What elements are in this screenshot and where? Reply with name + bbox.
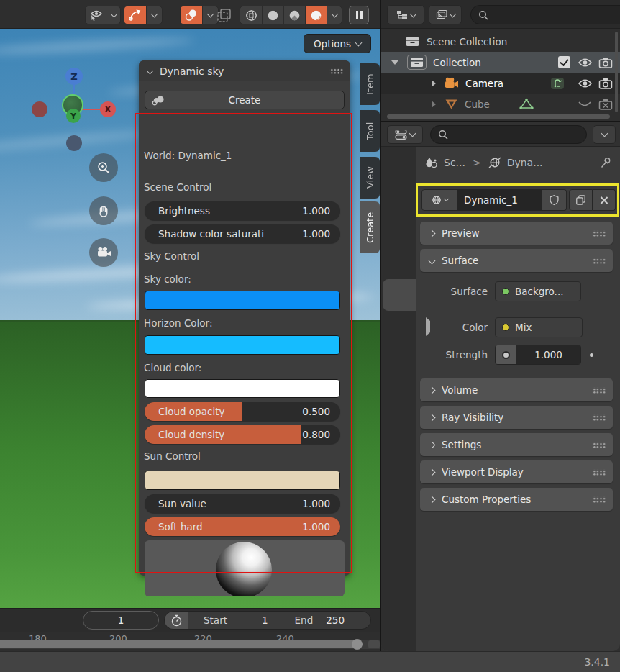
render-disabled-camera-x-icon[interactable]: [598, 99, 613, 110]
cloud-streak: [0, 36, 194, 56]
auto-keyframe-stopwatch-button[interactable]: [165, 612, 188, 629]
end-value[interactable]: 250: [326, 614, 345, 626]
panel-grip-icon[interactable]: [592, 387, 606, 394]
properties-tab-strip: [381, 147, 416, 651]
outliner-h-scrollbar[interactable]: [387, 114, 610, 119]
options-button[interactable]: Options: [304, 34, 371, 53]
tab-view[interactable]: View: [360, 157, 380, 199]
timeline-scrollbar-knob[interactable]: [352, 639, 363, 650]
gizmo-y-ball[interactable]: Y: [66, 109, 81, 123]
collection-checkbox[interactable]: [558, 56, 570, 68]
world-name-field[interactable]: Dynamic_1: [457, 189, 542, 211]
cloud-opacity-slider[interactable]: Cloud opacity 0.500: [145, 402, 340, 421]
unlink-datablock-button[interactable]: [593, 189, 616, 211]
gizmo-visibility-button[interactable]: [85, 6, 121, 24]
closed-eye-icon[interactable]: [578, 100, 592, 109]
create-button[interactable]: Create: [145, 91, 345, 109]
disable-render-camera-icon[interactable]: [598, 57, 613, 68]
panel-viewport-display[interactable]: Viewport Display: [420, 460, 613, 483]
disable-render-camera-icon[interactable]: [598, 78, 613, 89]
panel-ray-visibility[interactable]: Ray Visibility: [420, 406, 613, 429]
sky-color-swatch[interactable]: [145, 291, 340, 310]
current-frame-field[interactable]: 1: [83, 611, 159, 630]
hide-viewport-eye-icon[interactable]: [578, 58, 593, 68]
start-value[interactable]: 1: [262, 614, 268, 626]
shading-rendered-button[interactable]: [305, 6, 327, 24]
surface-shader-button[interactable]: Backgro...: [495, 281, 581, 301]
shading-wireframe-button[interactable]: [240, 6, 262, 24]
expand-arrow-icon[interactable]: [432, 80, 436, 87]
outliner-search-input[interactable]: [470, 5, 620, 24]
strength-field[interactable]: 1.000: [495, 345, 581, 365]
soft-hard-slider[interactable]: Soft hard 1.000: [145, 517, 340, 536]
gizmo-neg-z-ball[interactable]: [66, 135, 82, 151]
sun-value-slider[interactable]: Sun value 1.000: [145, 494, 340, 513]
expand-arrow-icon[interactable]: [432, 101, 436, 108]
shader-yellow-dot-icon: [502, 324, 509, 331]
duplicate-datablock-button[interactable]: [569, 189, 593, 211]
tab-tool[interactable]: Tool: [360, 110, 380, 152]
tab-item[interactable]: Item: [360, 63, 380, 105]
pin-icon[interactable]: [600, 157, 611, 169]
show-overlays-button[interactable]: [180, 6, 219, 24]
panel-grip-icon[interactable]: [592, 469, 606, 476]
sky-color-label: Sky color:: [144, 273, 191, 285]
outliner-row-camera[interactable]: Camera: [381, 73, 620, 94]
shadow-saturation-slider[interactable]: Shadow color saturati 1.000: [145, 224, 340, 243]
panel-grip-icon[interactable]: [592, 496, 606, 503]
cloud-density-slider[interactable]: Cloud density 0.800: [145, 425, 340, 444]
panel-grip-icon[interactable]: [592, 414, 606, 421]
shading-solid-button[interactable]: [262, 6, 283, 24]
pause-button[interactable]: [349, 6, 369, 24]
brightness-slider[interactable]: Brightness 1.000: [145, 201, 340, 220]
horizon-color-swatch[interactable]: [145, 335, 340, 355]
tab-create[interactable]: Create: [360, 201, 380, 253]
world-browse-button[interactable]: [421, 189, 457, 211]
panel-grip-icon[interactable]: [592, 230, 606, 237]
outliner-row-cube[interactable]: Cube: [381, 94, 620, 114]
properties-editor-type-button[interactable]: [387, 125, 423, 144]
camera-view-button[interactable]: [89, 238, 118, 267]
panel-surface[interactable]: Surface: [420, 249, 613, 272]
timeline-scrollbar[interactable]: [0, 640, 361, 648]
hide-viewport-eye-icon[interactable]: [578, 78, 593, 88]
panel-settings[interactable]: Settings: [420, 433, 613, 456]
cloud-color-swatch[interactable]: [145, 379, 340, 398]
gizmo-x-ball[interactable]: X: [100, 101, 116, 117]
properties-options-button[interactable]: [593, 125, 616, 144]
zoom-button[interactable]: [89, 153, 118, 182]
gizmo-neg-x-ball[interactable]: [32, 101, 47, 117]
toggle-xray-button[interactable]: [216, 7, 233, 23]
outliner-filter-button[interactable]: [429, 5, 462, 24]
breadcrumb-scene[interactable]: Sc...: [444, 157, 465, 168]
expand-arrow-icon[interactable]: [391, 60, 398, 65]
panel-custom-properties[interactable]: Custom Properties: [420, 488, 613, 511]
show-gizmos-button[interactable]: [124, 6, 163, 24]
panel-volume[interactable]: Volume: [420, 378, 613, 401]
panel-grip-icon[interactable]: [329, 68, 343, 74]
viewport-3d[interactable]: Options Z Y X Item Tool View Create: [0, 29, 380, 608]
panel-preview[interactable]: Preview: [420, 222, 613, 245]
outliner-v-scrollbar[interactable]: [615, 32, 618, 112]
panel-header[interactable]: Dynamic sky: [139, 60, 350, 81]
breadcrumb-world[interactable]: Dyna...: [507, 157, 543, 168]
gizmo-z-ball[interactable]: Z: [65, 68, 83, 85]
timeline-ruler[interactable]: 180 200 220 240: [0, 632, 380, 651]
shading-material-button[interactable]: [283, 6, 305, 24]
fake-user-shield-button[interactable]: [542, 189, 567, 211]
viewport-header: [0, 0, 380, 29]
outliner-row-collection[interactable]: Collection: [381, 52, 620, 73]
pan-button[interactable]: [89, 196, 118, 225]
panel-grip-icon[interactable]: [592, 442, 606, 448]
panel-grip-icon[interactable]: [592, 258, 606, 264]
sun-color-swatch[interactable]: [145, 471, 340, 490]
outliner-row-scene-collection[interactable]: Scene Collection: [381, 31, 620, 52]
collapse-chevron-icon: [429, 468, 436, 476]
outliner-display-mode-button[interactable]: [387, 5, 424, 24]
strength-driver-dot-button[interactable]: [496, 345, 516, 364]
panel-title: Dynamic sky: [160, 65, 224, 77]
strength-value[interactable]: 1.000: [516, 345, 580, 364]
color-mix-button[interactable]: Mix: [495, 317, 583, 337]
animate-decorator-dot[interactable]: [590, 353, 593, 357]
properties-search-input[interactable]: [430, 125, 587, 144]
